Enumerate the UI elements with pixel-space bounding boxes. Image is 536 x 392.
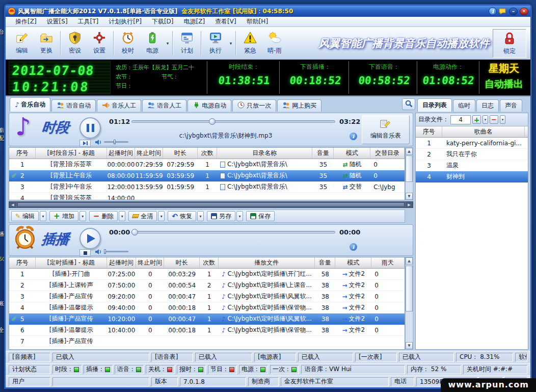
pause-button[interactable] xyxy=(79,117,101,139)
scroll-up-arrow[interactable] xyxy=(406,148,413,155)
delete-button[interactable]: 删除 xyxy=(89,211,118,221)
settings-button[interactable]: 设置 xyxy=(87,29,112,58)
restore-button[interactable]: 恢复 xyxy=(168,211,196,221)
column-header[interactable]: 终止时间 xyxy=(136,257,164,268)
edit-music-list-button[interactable]: 编辑音乐表 xyxy=(362,115,410,144)
scroll-up-arrow[interactable] xyxy=(406,257,413,265)
column-header[interactable]: 次数 xyxy=(198,148,217,159)
execute-button[interactable]: 执行 xyxy=(203,29,228,58)
saveas-button[interactable]: 另存 xyxy=(207,211,235,221)
play-button[interactable] xyxy=(79,228,101,249)
menu-item-view[interactable]: 查看[V] xyxy=(210,17,241,27)
remove-dropdown-arrow[interactable] xyxy=(500,115,505,124)
minimize-button[interactable] xyxy=(509,8,518,15)
tab-directory-list[interactable]: 目录列表 xyxy=(417,98,452,112)
column-header[interactable]: 雨天 xyxy=(371,257,405,268)
clear-button[interactable]: 全清 xyxy=(128,211,157,221)
table-row[interactable]: 4[插播]-温馨提示09:40:00000:00:181♪C:\Jybgbxt\… xyxy=(9,302,405,313)
column-header[interactable]: 音量 xyxy=(315,257,335,268)
column-header[interactable]: 模式 xyxy=(335,257,371,268)
info-icon[interactable] xyxy=(350,243,357,251)
scrollbar-thumb[interactable] xyxy=(406,155,413,182)
volume-slider[interactable] xyxy=(104,249,128,254)
toolbar-dropdown-arrow[interactable] xyxy=(165,31,171,56)
horizontal-scrollbar[interactable] xyxy=(9,201,413,208)
tab-music-auto[interactable]: ♪ 音乐自动 xyxy=(10,97,50,112)
column-header[interactable]: 终止时间 xyxy=(135,148,163,159)
emergency-button[interactable]: 紧急 xyxy=(238,29,262,58)
seek-slider[interactable] xyxy=(131,118,335,125)
tab-play-once[interactable]: 只放一次 xyxy=(232,99,276,112)
chat-icon[interactable] xyxy=(499,8,507,15)
column-header[interactable]: 起播时间 xyxy=(107,257,137,268)
table-row[interactable]: 3温泉 xyxy=(416,160,528,171)
power-button[interactable]: 电源 xyxy=(140,29,165,58)
menu-item-operate[interactable]: 操作[Z] xyxy=(11,17,41,27)
scroll-down-arrow[interactable] xyxy=(406,342,413,349)
time-sync-button[interactable]: 校时 xyxy=(116,29,140,58)
remove-file-button[interactable] xyxy=(490,115,498,124)
table-row[interactable]: 1[插播]-开门曲07:25:00000:03:291♪C:\Jybgbxt\定… xyxy=(9,269,405,280)
scroll-right-arrow[interactable] xyxy=(406,202,413,207)
table-row[interactable]: 2[插播]-上课铃声07:50:00000:00:542♪C:\Jybgbxt\… xyxy=(9,280,405,291)
tab-buy-online[interactable]: 网上购买 xyxy=(277,99,321,112)
menu-item-power[interactable]: 电源[Z] xyxy=(179,17,210,27)
change-button[interactable]: 更换 xyxy=(34,29,59,58)
menu-item-help[interactable]: 帮助[H] xyxy=(242,17,273,27)
column-header[interactable]: 模式 xyxy=(334,148,370,159)
column-header[interactable]: [定时插播] - 标题 xyxy=(36,257,107,268)
table-row[interactable]: 4[背景]音乐荟萃14:00:00 xyxy=(9,193,405,200)
password-button[interactable]: 密设 xyxy=(63,29,87,58)
table-row[interactable]: 2[背景]上午音乐08:00:0011:59:5903:59:591C:\Jyb… xyxy=(9,170,405,181)
column-header[interactable]: 次数 xyxy=(200,257,219,268)
close-button[interactable] xyxy=(520,8,528,15)
tab-voice-auto[interactable]: 语音自动 xyxy=(51,99,96,112)
stop-button[interactable] xyxy=(79,249,91,256)
music-table-scrollbar[interactable] xyxy=(405,147,413,200)
table-row[interactable]: 1katy-perry-california-gi... xyxy=(416,138,528,149)
weather-button[interactable]: 晴-雨 xyxy=(262,29,287,58)
table-row[interactable]: 7[插播]-产品宣传 xyxy=(9,336,405,347)
add-file-button[interactable] xyxy=(472,115,481,124)
menu-item-tools[interactable]: 工具[T] xyxy=(73,17,103,27)
speaker-icon[interactable] xyxy=(95,139,102,147)
tab-sound[interactable]: 声音 xyxy=(500,99,522,112)
volume-slider[interactable] xyxy=(104,140,128,144)
column-header[interactable]: 序号 xyxy=(9,257,36,268)
dropdown-arrow[interactable] xyxy=(197,211,204,221)
table-row[interactable]: 6[插播]-温馨提示10:40:00000:00:181♪C:\Jybgbxt\… xyxy=(9,325,405,336)
table-row[interactable]: 3[插播]-产品宣传09:20:00000:00:471♪C:\Jybgbxt\… xyxy=(9,291,405,302)
edit-button[interactable]: 编辑 xyxy=(11,211,39,221)
tab-voice-manual[interactable]: 语音人工 xyxy=(142,99,186,112)
tab-log[interactable]: 日志 xyxy=(476,99,499,112)
seek-slider[interactable] xyxy=(131,229,335,236)
dropdown-arrow[interactable] xyxy=(158,211,165,221)
lock-button[interactable]: 锁定 xyxy=(493,29,526,58)
column-header[interactable]: 目录名称 xyxy=(217,148,313,159)
add-dropdown-arrow[interactable] xyxy=(483,115,488,124)
column-header[interactable]: [时段音乐] - 标题 xyxy=(36,148,107,159)
menu-item-plan[interactable]: 计划执行[P] xyxy=(104,17,146,27)
scroll-down-arrow[interactable] xyxy=(406,193,413,200)
table-row[interactable]: 1[背景]音乐荟萃00:00:0007:29:5907:29:591C:\Jyb… xyxy=(9,159,405,170)
scroll-left-arrow[interactable] xyxy=(9,202,16,207)
column-header[interactable]: 歌曲名 xyxy=(442,126,525,137)
save-button[interactable]: 保存 xyxy=(246,211,275,221)
info-icon[interactable] xyxy=(350,133,357,140)
column-header[interactable]: 交替目录 xyxy=(370,148,405,159)
table-row[interactable]: 3[背景]中午音乐12:00:0013:59:5901:59:591C:\Jyb… xyxy=(9,181,405,193)
dropdown-arrow[interactable] xyxy=(40,211,46,221)
scrollbar-thumb[interactable] xyxy=(17,202,405,207)
add-button[interactable]: 增加 xyxy=(49,211,78,221)
menu-item-settings[interactable]: 设置[S] xyxy=(42,17,72,27)
table-row[interactable]: 4财神到 xyxy=(416,171,528,182)
column-header[interactable]: 起播时间 xyxy=(107,148,136,159)
insert-table-scrollbar[interactable] xyxy=(405,257,413,350)
edit-button[interactable]: 编辑 xyxy=(10,29,34,58)
column-header[interactable]: 序号 xyxy=(416,126,442,137)
dropdown-arrow[interactable] xyxy=(79,211,86,221)
next-track-button[interactable] xyxy=(79,140,91,147)
table-row[interactable]: 2我只在乎你 xyxy=(416,149,528,160)
scrollbar-thumb[interactable] xyxy=(406,266,413,311)
column-header[interactable]: 时长 xyxy=(164,257,200,268)
